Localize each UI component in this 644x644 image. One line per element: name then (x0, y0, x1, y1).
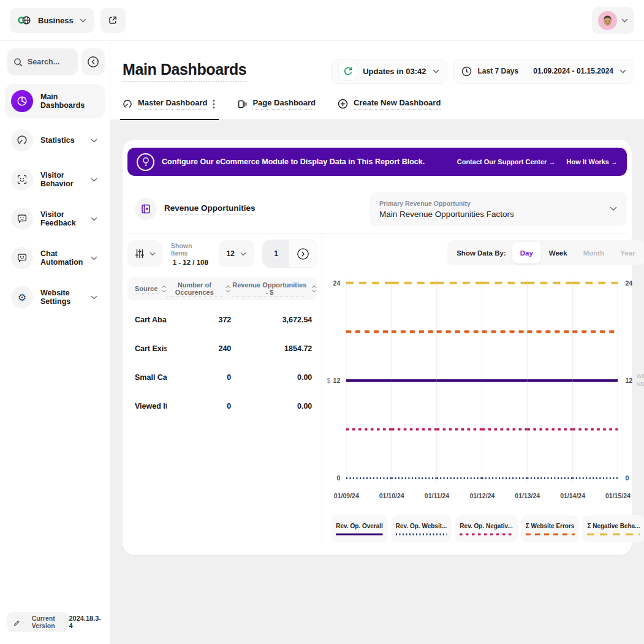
y-tick: 12 (333, 377, 341, 384)
legend-item-website-errors[interactable]: Σ Website Errors (521, 515, 580, 542)
sort-icon (225, 285, 231, 293)
table-row: Cart Abandonments 372 3,672.54 (127, 305, 317, 334)
external-link-icon (108, 15, 118, 25)
table-row: Viewed Item But Did Not Add to Cart 0 0.… (127, 392, 317, 420)
filter-button[interactable] (127, 240, 162, 267)
period-year[interactable]: Year (612, 242, 643, 263)
sidebar-item-label: Statistics (40, 136, 83, 145)
select-label: Primary Revenue Opportunity (379, 200, 471, 207)
main-area: Main Dashboards Updates in 03:42 Last 7 … (110, 41, 644, 644)
section-title: Revenue Opportunities (164, 203, 256, 215)
x-axis-labels: 01/09/24 01/10/24 01/11/24 01/12/24 01/1… (346, 492, 618, 501)
open-in-new-button[interactable] (100, 8, 126, 33)
primary-revenue-select[interactable]: Primary Revenue Opportunity Main Revenue… (369, 192, 627, 226)
sidebar-item-visitor-feedback[interactable]: Visitor Feedback (5, 202, 105, 236)
sidebar-item-label: Visitor Feedback (40, 210, 83, 227)
lightbulb-icon (137, 153, 154, 171)
updates-dropdown[interactable]: Updates in 03:42 (331, 59, 447, 84)
chevron-down-icon (240, 252, 246, 256)
arrow-right-circle-icon (297, 248, 309, 260)
search-input[interactable] (28, 58, 72, 66)
sidebar-item-statistics[interactable]: Statistics (5, 123, 105, 157)
column-header-occurences[interactable]: Number of Occurences (167, 281, 231, 297)
workspace-selector[interactable]: Business (10, 8, 94, 33)
left-axis-unit: $ (327, 377, 330, 384)
table-row: Small Carts 0 0.00 (127, 363, 317, 392)
current-version-label: Current Version (24, 615, 63, 629)
legend-line-sample (526, 533, 575, 536)
table-row: Cart Exists But Did Not Start Check... 2… (127, 334, 317, 363)
ecommerce-banner: Configure Our eCommerce Module to Displa… (127, 148, 627, 176)
user-avatar (598, 11, 617, 30)
legend-item-rev-op-overall[interactable]: Rev. Op. Overall (331, 515, 388, 542)
globe-business-icon (18, 14, 32, 26)
x-tick: 01/10/24 (379, 492, 404, 499)
date-range-dropdown[interactable]: Last 7 Days 01.09.2024 - 01.15.2024 (453, 59, 634, 84)
column-header-revenue[interactable]: Revenue Opportunities - $ (231, 281, 317, 297)
version-value: 2024.18.3-4 (69, 615, 101, 629)
tab-create-new-dashboard[interactable]: Create New Dashboard (338, 89, 441, 119)
arrow-left-circle-icon (87, 56, 99, 68)
show-data-by-label: Show Data By: (449, 249, 512, 257)
table-panel: Shown Items 1 - 12 / 108 12 1 (127, 234, 322, 542)
kebab-menu-icon[interactable] (213, 99, 215, 109)
sliders-icon (134, 248, 145, 259)
chevron-down-icon (150, 252, 156, 256)
page-title: Main Dashboards (123, 61, 246, 82)
next-page-button[interactable] (289, 240, 317, 267)
table-body: Cart Abandonments 372 3,672.54 Cart Exis… (127, 305, 317, 420)
select-value: Main Revenue Opportunities Factors (379, 210, 514, 219)
dashboard-tabs: Master Dashboard Page Dashboard Create N… (110, 89, 644, 120)
page-size-dropdown[interactable]: 12 (219, 240, 254, 267)
sidebar-item-label: Website Settings (40, 289, 83, 306)
chart-plot-svg (346, 279, 618, 482)
current-version-pill[interactable]: Current Version (7, 612, 69, 632)
sidebar-item-chat-automation[interactable]: Chat Automation (5, 241, 105, 275)
pie-chart-icon (11, 90, 33, 112)
tab-master-dashboard[interactable]: Master Dashboard (123, 89, 215, 119)
chat-bot-icon (11, 247, 33, 269)
revenue-book-icon (135, 198, 157, 220)
collapse-sidebar-button[interactable] (81, 48, 105, 75)
legend-item-negative-behavior[interactable]: Σ Negative Beha... (582, 515, 644, 542)
search-input-wrap[interactable] (7, 48, 78, 75)
range-label: Last 7 Days (478, 67, 519, 75)
y-tick: 12 (625, 377, 632, 384)
how-it-works-link[interactable]: How It Works → (566, 158, 618, 165)
chevron-down-icon (91, 217, 97, 221)
period-month[interactable]: Month (575, 242, 612, 263)
report-card: Configure Our eCommerce Module to Displa… (123, 140, 632, 555)
section-header: Revenue Opportunities Primary Revenue Op… (127, 176, 627, 233)
workspace-label: Business (38, 16, 74, 25)
banner-message: Configure Our eCommerce Module to Displa… (162, 157, 450, 166)
plus-circle-icon (338, 99, 348, 109)
banner-links: Contact Our Support Center → How It Work… (457, 158, 618, 165)
x-tick: 01/15/24 (605, 492, 631, 499)
chevron-down-icon (80, 18, 86, 23)
content-area: Configure Our eCommerce Module to Displa… (110, 120, 644, 644)
period-week[interactable]: Week (541, 242, 575, 263)
y-tick: 0 (336, 474, 340, 482)
sidebar-item-visitor-behavior[interactable]: Visitor Behavior (5, 162, 105, 197)
x-tick: 01/11/24 (425, 492, 449, 499)
sidebar-nav: Main Dashboards Statistics Visitor Behav (0, 83, 110, 316)
chevron-down-icon (619, 69, 626, 74)
legend-line-sample (336, 533, 383, 536)
sort-icon (161, 285, 167, 293)
sidebar-item-main-dashboards[interactable]: Main Dashboards (5, 84, 105, 118)
show-data-by-row: Show Data By: Day Week Month Year (328, 240, 644, 265)
sidebar-item-website-settings[interactable]: ⚙ Website Settings (5, 280, 105, 314)
gear-icon: ⚙ (11, 286, 33, 308)
shown-items-value: 1 - 12 / 108 (173, 259, 208, 266)
legend-item-rev-op-negative[interactable]: Rev. Op. Negativ... (455, 515, 517, 542)
contact-support-link[interactable]: Contact Our Support Center → (457, 158, 556, 165)
user-menu[interactable] (592, 7, 634, 34)
legend-item-rev-op-website[interactable]: Rev. Op. Websit... (391, 515, 452, 542)
select-texts: Primary Revenue Opportunity Main Revenue… (379, 200, 514, 219)
period-day[interactable]: Day (512, 242, 541, 263)
chart-legend: Rev. Op. Overall Rev. Op. Websit... Rev.… (331, 515, 644, 542)
chevron-down-icon (621, 18, 628, 23)
range-value: 01.09.2024 - 01.15.2024 (533, 67, 613, 75)
tab-page-dashboard[interactable]: Page Dashboard (237, 89, 316, 119)
column-header-source[interactable]: Source (135, 285, 167, 294)
